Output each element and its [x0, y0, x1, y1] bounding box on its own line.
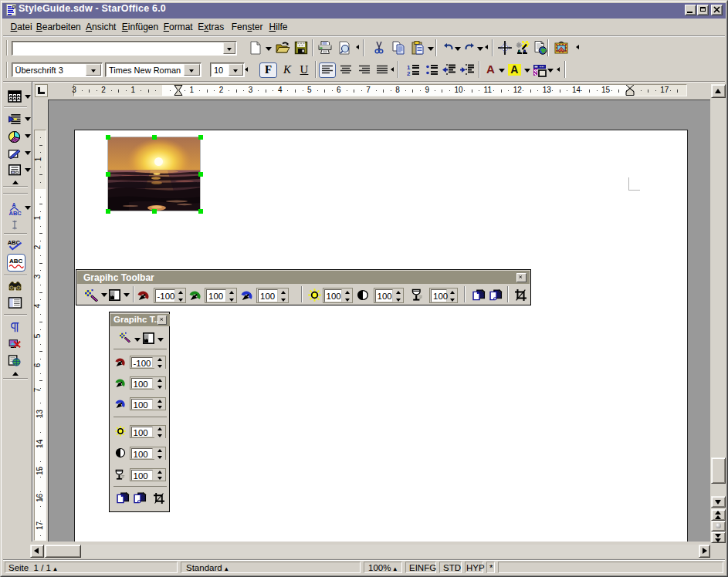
svg-text:A: A: [12, 202, 16, 208]
svg-text:ABC: ABC: [9, 258, 23, 265]
svg-text:2: 2: [407, 70, 411, 77]
svg-text:ABC: ABC: [9, 210, 22, 216]
